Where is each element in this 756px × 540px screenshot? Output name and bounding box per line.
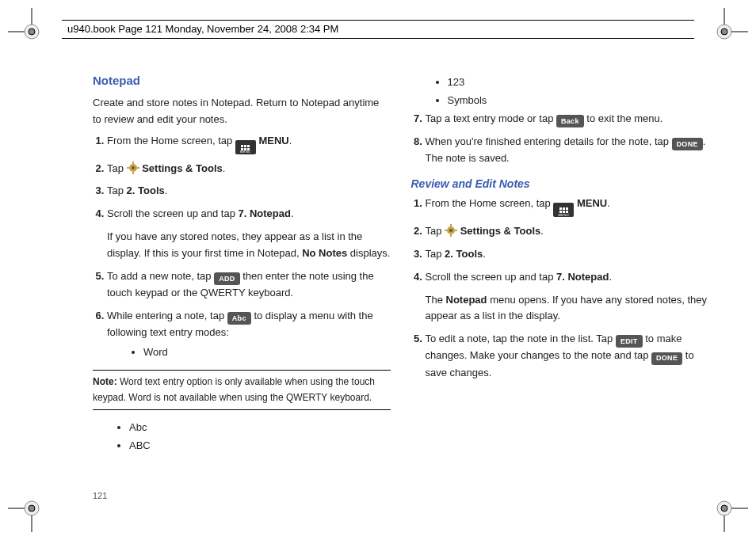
gear-icon (127, 162, 139, 174)
step-2: Tap Settings & Tools. (107, 161, 391, 177)
r-step-5-a: To edit a note, tap the note in the list… (426, 333, 616, 344)
step-3-text-a: Tap (107, 184, 127, 196)
r-step-2-c: . (540, 225, 544, 237)
review-steps-list: From the Home screen, tap MENU MENU. Tap… (426, 196, 709, 381)
svg-point-10 (25, 501, 39, 515)
page-number: 121 (93, 491, 107, 500)
step-8: When you're finished entering details fo… (426, 134, 709, 167)
step-5-text-a: To add a new note, tap (107, 270, 214, 282)
header-rule-top (62, 20, 694, 21)
step-3-text-c: . (165, 184, 168, 196)
r-step-3-a: Tap (426, 248, 445, 260)
step-2-text-b: Settings & Tools (139, 162, 223, 174)
intro-text: Create and store notes in Notepad. Retur… (93, 95, 391, 128)
r-step-4-c: . (609, 271, 612, 283)
mode-123: 123 (448, 74, 709, 91)
r-step-4-para2: The Notepad menu opens. If you have any … (426, 292, 709, 325)
mode-word: Word (143, 344, 391, 361)
r-step-3: Tap 2. Tools. (426, 246, 709, 263)
r-step-1: From the Home screen, tap MENU MENU. (426, 196, 709, 217)
step-8-text-a: When you're finished entering details fo… (426, 135, 672, 147)
note-label: Note: (93, 376, 117, 387)
svg-point-7 (721, 29, 727, 35)
r-step-2: Tap Settings & Tools. (426, 223, 709, 240)
heading-notepad: Notepad (93, 71, 391, 90)
cropmark-top-left (8, 8, 55, 55)
note-block: Note: Word text entry option is only ava… (93, 370, 391, 409)
mode-abc-upper: ABC (129, 438, 391, 454)
mode-abc-init: Abc (129, 420, 391, 436)
step-7: Tap a text entry mode or tap Back to exi… (426, 111, 709, 127)
note-text: Word text entry option is only available… (93, 376, 375, 402)
menu-icon: MENU (235, 140, 256, 154)
header-rule-bottom (62, 38, 694, 39)
svg-rect-20 (127, 167, 129, 169)
add-button-icon: ADD (214, 272, 239, 285)
r-step-4-p2b: Notepad (446, 294, 487, 306)
step-7-text-a: Tap a text entry mode or tap (426, 112, 556, 124)
r-step-1-b: MENU (574, 197, 607, 209)
right-column: 123 Symbols Tap a text entry mode or tap… (411, 71, 709, 492)
step-3-text-b: 2. Tools (127, 184, 165, 196)
done-button-icon: DONE (672, 138, 703, 150)
svg-point-23 (449, 229, 452, 232)
steps-list: From the Home screen, tap MENU MENU. Tap… (107, 133, 391, 361)
r-step-3-b: 2. Tools (445, 248, 483, 260)
abc-button-icon: Abc (227, 312, 251, 325)
r-step-4: Scroll the screen up and tap 7. Notepad.… (426, 269, 709, 325)
svg-point-17 (132, 166, 135, 169)
left-column: Notepad Create and store notes in Notepa… (93, 71, 391, 492)
step-7-text-b: to exit the menu. (584, 112, 663, 124)
r-step-4-a: Scroll the screen up and tap (426, 271, 557, 283)
r-step-2-a: Tap (426, 225, 445, 237)
svg-rect-26 (445, 230, 447, 231)
svg-point-6 (717, 25, 731, 39)
step-4-para2: If you have any stored notes, they appea… (107, 229, 391, 262)
entry-modes-list-1: Word (143, 344, 391, 361)
menu-icon: MENU (553, 203, 574, 217)
running-head: u940.book Page 121 Monday, November 24, … (67, 23, 338, 35)
r-step-1-a: From the Home screen, tap (426, 197, 554, 209)
r-step-5: To edit a note, tap the note in the list… (426, 331, 709, 381)
step-6: While entering a note, tap Abc to displa… (107, 308, 391, 361)
svg-point-15 (721, 505, 727, 511)
step-4-p2c: displays. (347, 247, 390, 259)
cropmark-top-right (701, 8, 748, 55)
steps-list-cont: Tap a text entry mode or tap Back to exi… (426, 111, 709, 167)
step-1: From the Home screen, tap MENU MENU. (107, 133, 391, 154)
r-step-3-c: . (483, 248, 486, 260)
done-button-icon: DONE (651, 352, 682, 365)
r-step-4-p2a: The (426, 294, 446, 306)
step-1-text-b: MENU (256, 135, 289, 146)
step-4-text-b: 7. Notepad (239, 207, 291, 219)
step-4-text-c: . (291, 207, 294, 219)
step-2-text-a: Tap (107, 162, 127, 174)
r-step-4-b: 7. Notepad (556, 271, 609, 283)
step-4-p2b: No Notes (302, 247, 347, 259)
heading-review-edit: Review and Edit Notes (411, 175, 709, 192)
step-4: Scroll the screen up and tap 7. Notepad.… (107, 206, 391, 261)
cropmark-bottom-left (8, 485, 55, 532)
svg-rect-24 (450, 224, 452, 226)
step-6-text-a: While entering a note, tap (107, 310, 227, 321)
step-3: Tap 2. Tools. (107, 183, 391, 200)
svg-point-14 (717, 501, 731, 515)
step-1-text-c: . (289, 135, 292, 146)
back-button-icon: Back (556, 115, 584, 127)
svg-point-3 (29, 29, 35, 35)
step-5: To add a new note, tap ADD then enter th… (107, 268, 391, 302)
step-2-text-c: . (223, 162, 226, 174)
svg-rect-18 (132, 162, 134, 164)
page-content: Notepad Create and store notes in Notepa… (93, 71, 708, 492)
step-4-text-a: Scroll the screen up and tap (107, 207, 239, 219)
svg-point-2 (25, 25, 39, 39)
entry-modes-list-2: Abc ABC (129, 420, 391, 454)
entry-modes-list-3: 123 Symbols (448, 74, 709, 109)
r-step-2-b: Settings & Tools (457, 225, 540, 237)
gear-icon (445, 224, 457, 237)
mode-symbols: Symbols (448, 93, 709, 109)
svg-point-11 (29, 505, 35, 511)
svg-rect-19 (132, 172, 134, 174)
edit-button-icon: EDIT (616, 335, 643, 348)
step-1-text-a: From the Home screen, tap (107, 135, 235, 146)
